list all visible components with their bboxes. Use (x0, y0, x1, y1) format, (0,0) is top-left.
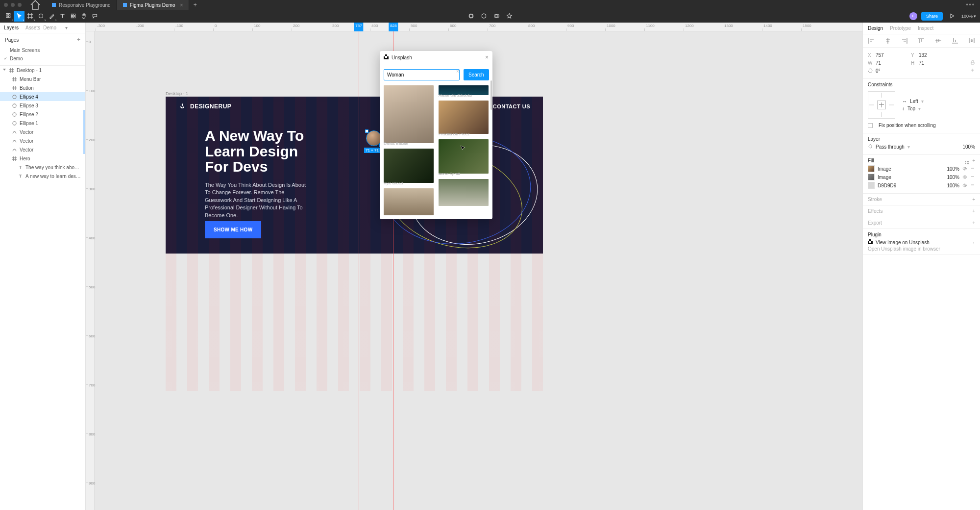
fill-swatch[interactable] (868, 182, 875, 189)
align-vcenter-icon[interactable] (935, 37, 942, 44)
tab-design[interactable]: Design (868, 26, 883, 31)
canvas[interactable]: -300-200-1000100200300400500600700800900… (86, 23, 862, 510)
constraints-widget[interactable] (868, 91, 895, 119)
component-tool[interactable] (465, 11, 477, 22)
add-export-button[interactable]: + (972, 220, 975, 226)
visibility-icon[interactable] (962, 183, 967, 188)
add-fill-button[interactable]: + (972, 158, 975, 163)
pen-tool[interactable] (46, 11, 57, 22)
layer-vector-2[interactable]: Vector (0, 136, 85, 145)
page-main-screens[interactable]: Main Screens (0, 46, 85, 54)
layer-vector-3[interactable]: Vector (0, 145, 85, 154)
fill-type[interactable]: Image (878, 166, 891, 172)
layer-button[interactable]: Button (0, 83, 85, 92)
frame-label[interactable]: Desktop - 1 (166, 91, 188, 96)
style-icon[interactable] (965, 161, 970, 164)
w-value[interactable]: 71 (876, 60, 893, 66)
y-value[interactable]: 132 (919, 52, 936, 58)
align-top-icon[interactable] (918, 37, 925, 44)
result-image[interactable] (384, 188, 434, 215)
constraint-h-dropdown[interactable]: Left (910, 99, 918, 104)
plugin-search-input[interactable] (384, 69, 460, 80)
text-tool[interactable] (57, 11, 68, 22)
fill-opacity[interactable]: 100% (947, 183, 959, 188)
fill-opacity[interactable]: 100% (947, 175, 959, 180)
add-page-button[interactable]: + (77, 36, 80, 43)
result-image[interactable] (439, 179, 489, 206)
layer-text-2[interactable]: A new way to learn design for devs (0, 172, 85, 180)
tab-inspect[interactable]: Inspect (918, 26, 933, 31)
unsplash-plugin-window[interactable]: Unsplash × × Search Darius Bashar Kyle B… (380, 51, 492, 219)
plugin-scrollbar[interactable] (490, 80, 492, 110)
tab-figma-plugins-demo[interactable]: Figma Plugins Demo× (117, 0, 190, 10)
mask-tool[interactable] (477, 11, 490, 22)
tab-assets[interactable]: Assets (25, 25, 40, 30)
result-image[interactable] (439, 101, 489, 134)
overflow-menu-icon[interactable]: ••• (966, 1, 975, 8)
constraint-v-dropdown[interactable]: Top (907, 106, 915, 111)
present-button[interactable] (947, 11, 957, 22)
fill-type[interactable]: Image (878, 175, 891, 180)
plugin-close-icon[interactable]: × (485, 54, 489, 61)
zoom-dropdown[interactable]: 100%▾ (961, 14, 976, 19)
layer-ellipse-4[interactable]: Ellipse 4 (0, 92, 85, 101)
flip-icon[interactable] (970, 68, 975, 74)
user-avatar[interactable]: E (909, 12, 917, 20)
external-link-icon[interactable]: → (970, 240, 975, 245)
main-menu-button[interactable] (3, 11, 14, 22)
align-right-icon[interactable] (901, 37, 908, 44)
result-image[interactable] (384, 85, 434, 143)
align-hcenter-icon[interactable] (884, 37, 891, 44)
resources-tool[interactable] (68, 11, 78, 22)
clear-search-icon[interactable]: × (456, 69, 459, 74)
layer-frame-desktop-1[interactable]: Desktop - 1 (0, 66, 85, 75)
fill-swatch[interactable] (868, 174, 875, 180)
effects-tool[interactable] (503, 11, 515, 22)
align-bottom-icon[interactable] (952, 37, 958, 44)
fill-swatch[interactable] (868, 165, 875, 172)
x-value[interactable]: 757 (876, 52, 893, 58)
plugin-action-link[interactable]: View image on Unsplash (876, 240, 930, 245)
selected-ellipse-4[interactable] (367, 131, 381, 146)
add-stroke-button[interactable]: + (972, 197, 975, 202)
plugin-results-grid[interactable]: Darius Bashar Kyle Broad Alexandru Zdrob… (380, 85, 492, 219)
layer-ellipse-1[interactable]: Ellipse 1 (0, 119, 85, 128)
distribute-icon[interactable] (968, 37, 975, 44)
fill-hex[interactable]: D9D9D9 (878, 183, 896, 188)
tab-responsive-playground[interactable]: Responsive Playground (46, 0, 117, 10)
layer-vector-1[interactable]: Vector (0, 128, 85, 136)
fix-position-checkbox[interactable] (868, 123, 873, 128)
close-tab-icon[interactable]: × (180, 2, 183, 8)
layer-menu-bar[interactable]: Menu Bar (0, 75, 85, 83)
tab-layers[interactable]: Layers (4, 25, 19, 30)
hand-tool[interactable] (78, 11, 89, 22)
guide-vertical[interactable] (359, 31, 359, 510)
remove-fill-icon[interactable] (970, 166, 975, 172)
layer-ellipse-3[interactable]: Ellipse 3 (0, 101, 85, 110)
h-value[interactable]: 71 (919, 60, 936, 66)
home-icon[interactable] (29, 0, 41, 11)
layer-ellipse-2[interactable]: Ellipse 2 (0, 110, 85, 119)
comment-tool[interactable] (89, 11, 100, 22)
blend-mode-dropdown[interactable]: Pass through (876, 144, 905, 150)
boolean-tool[interactable] (490, 11, 503, 22)
result-image[interactable] (384, 149, 434, 183)
layer-text-1[interactable]: The way you think about design is abo... (0, 163, 85, 172)
add-effect-button[interactable]: + (972, 208, 975, 214)
remove-fill-icon[interactable] (970, 174, 975, 180)
share-button[interactable]: Share (921, 12, 943, 21)
fill-opacity[interactable]: 100% (947, 166, 959, 172)
page-demo[interactable]: Demo (0, 54, 85, 63)
page-dropdown[interactable]: Demo ▾ (43, 25, 74, 30)
plugin-search-button[interactable]: Search (464, 69, 489, 80)
layer-opacity-value[interactable]: 100% (962, 144, 975, 150)
frame-tool[interactable] (24, 11, 35, 22)
align-left-icon[interactable] (868, 37, 875, 44)
move-tool[interactable] (14, 11, 24, 22)
tab-prototype[interactable]: Prototype (890, 26, 911, 31)
layer-hero[interactable]: Hero (0, 154, 85, 163)
new-tab-button[interactable]: + (189, 1, 201, 8)
shape-tool[interactable] (35, 11, 46, 22)
visibility-icon[interactable] (962, 175, 967, 179)
result-image[interactable] (439, 139, 489, 174)
